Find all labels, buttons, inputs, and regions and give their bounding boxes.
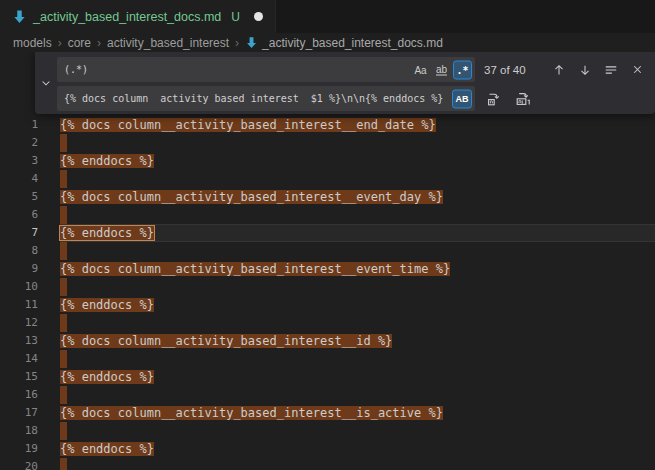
line-number: 14: [0, 350, 38, 368]
tab-bar: _activity_based_interest_docs.md U: [0, 0, 655, 33]
replace-all-button[interactable]: [513, 89, 533, 109]
line-number: 1: [0, 116, 38, 134]
line-number: 20: [0, 458, 38, 470]
editor-line-14[interactable]: 14: [0, 350, 655, 368]
line-number: 12: [0, 314, 38, 332]
editor-line-19[interactable]: 19{% enddocs %}: [0, 440, 655, 458]
match-count: 37 of 40: [484, 64, 526, 76]
arrow-down-icon: [578, 63, 592, 77]
editor-pane[interactable]: Aa ab .* 37 of 40: [0, 52, 655, 470]
find-match: {% docs column__activity_based_interest_…: [60, 406, 443, 420]
line-content: {% docs column__activity_based_interest_…: [60, 260, 655, 278]
editor-line-20[interactable]: 20: [0, 458, 655, 470]
editor-line-13[interactable]: 13{% docs column__activity_based_interes…: [0, 332, 655, 350]
whole-word-toggle[interactable]: ab: [432, 60, 451, 79]
find-match: {% docs column__activity_based_interest_…: [60, 190, 443, 204]
replace-actions: [484, 89, 533, 109]
regex-label: .*: [456, 64, 468, 75]
editor-line-8[interactable]: 8: [0, 242, 655, 260]
line-number: 2: [0, 134, 38, 152]
line-content: {% docs column__activity_based_interest_…: [60, 404, 655, 422]
unsaved-dot-icon[interactable]: [254, 12, 263, 21]
breadcrumb-file-label: _activity_based_interest_docs.md: [262, 36, 443, 50]
breadcrumb-item-core[interactable]: core: [68, 36, 91, 50]
whole-word-label: ab: [436, 64, 447, 76]
line-number: 9: [0, 260, 38, 278]
line-number: 18: [0, 422, 38, 440]
line-content: {% docs column__activity_based_interest_…: [60, 332, 655, 350]
line-content: [60, 350, 655, 368]
chevron-down-icon: [40, 77, 52, 89]
previous-match-button[interactable]: [549, 60, 569, 80]
breadcrumb-separator: ›: [235, 36, 239, 50]
find-match-empty: [60, 314, 67, 332]
arrow-up-icon: [552, 63, 566, 77]
editor-line-17[interactable]: 17{% docs column__activity_based_interes…: [0, 404, 655, 422]
editor-tab[interactable]: _activity_based_interest_docs.md U: [0, 0, 276, 33]
line-number: 7: [0, 224, 38, 242]
close-find-button[interactable]: [627, 60, 647, 80]
line-content: {% enddocs %}: [60, 368, 655, 386]
editor-line-11[interactable]: 11{% enddocs %}: [0, 296, 655, 314]
find-match-empty: [60, 134, 67, 152]
line-number: 11: [0, 296, 38, 314]
editor-line-10[interactable]: 10: [0, 278, 655, 296]
line-content: {% enddocs %}: [60, 440, 655, 458]
line-content: {% docs column__activity_based_interest_…: [60, 188, 655, 206]
line-number: 3: [0, 152, 38, 170]
find-match-empty: [60, 386, 67, 404]
find-match-empty: [60, 242, 67, 260]
replace-input[interactable]: [57, 86, 475, 111]
selection-lines-icon: [604, 63, 618, 77]
editor-line-7[interactable]: 7{% enddocs %}: [0, 224, 655, 242]
preserve-case-toggle[interactable]: AB: [452, 89, 472, 108]
line-content: [60, 206, 655, 224]
find-match: {% enddocs %}: [60, 298, 154, 312]
replace-icon: [486, 91, 502, 107]
find-match-empty: [60, 350, 67, 368]
line-number: 5: [0, 188, 38, 206]
find-in-selection-button[interactable]: [601, 60, 621, 80]
find-match-empty: [60, 458, 67, 470]
line-content: {% enddocs %}: [60, 152, 655, 170]
replace-all-icon: [515, 91, 531, 107]
match-case-label: Aa: [414, 64, 426, 75]
find-match: {% enddocs %}: [60, 154, 154, 168]
find-row: Aa ab .* 37 of 40: [57, 57, 655, 82]
regex-toggle[interactable]: .*: [453, 60, 472, 79]
editor-line-15[interactable]: 15{% enddocs %}: [0, 368, 655, 386]
find-input-wrap: Aa ab .*: [57, 57, 475, 82]
find-replace-widget: Aa ab .* 37 of 40: [35, 52, 655, 114]
breadcrumb-item-file[interactable]: _activity_based_interest_docs.md: [245, 36, 443, 50]
line-content: [60, 242, 655, 260]
breadcrumb-item-activity-based-interest[interactable]: activity_based_interest: [107, 36, 229, 50]
find-match: {% docs column__activity_based_interest_…: [60, 262, 450, 276]
line-content: [60, 134, 655, 152]
find-match-empty: [60, 206, 67, 224]
find-match-empty: [60, 278, 67, 296]
editor-line-12[interactable]: 12: [0, 314, 655, 332]
replace-button[interactable]: [484, 89, 504, 109]
editor-line-1[interactable]: 1{% docs column__activity_based_interest…: [0, 116, 655, 134]
replace-input-wrap: AB: [57, 86, 475, 111]
editor-line-16[interactable]: 16: [0, 386, 655, 404]
next-match-button[interactable]: [575, 60, 595, 80]
line-content: {% enddocs %}: [60, 296, 655, 314]
line-content: [60, 458, 655, 470]
editor-line-5[interactable]: 5{% docs column__activity_based_interest…: [0, 188, 655, 206]
editor-line-3[interactable]: 3{% enddocs %}: [0, 152, 655, 170]
match-case-toggle[interactable]: Aa: [411, 60, 430, 79]
dbt-file-icon: [245, 36, 258, 49]
line-content: [60, 314, 655, 332]
editor-line-4[interactable]: 4: [0, 170, 655, 188]
editor-line-18[interactable]: 18: [0, 422, 655, 440]
breadcrumb-item-models[interactable]: models: [13, 36, 52, 50]
find-match: {% enddocs %}: [60, 370, 154, 384]
editor-line-2[interactable]: 2: [0, 134, 655, 152]
preserve-case-label: AB: [456, 94, 469, 104]
editor-line-6[interactable]: 6: [0, 206, 655, 224]
editor-line-9[interactable]: 9{% docs column__activity_based_interest…: [0, 260, 655, 278]
find-input-toggles: Aa ab .*: [411, 60, 472, 79]
toggle-replace-button[interactable]: [35, 52, 57, 114]
git-status-badge: U: [231, 10, 240, 24]
